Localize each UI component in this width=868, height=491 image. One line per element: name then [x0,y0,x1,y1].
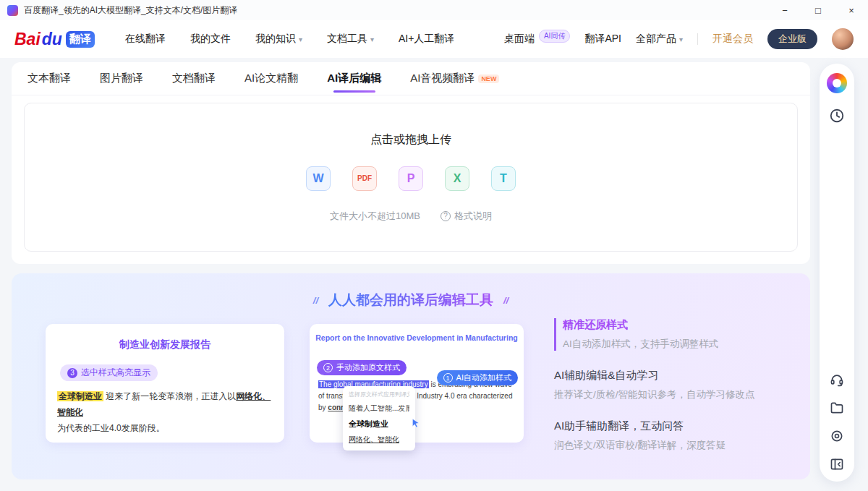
step-1-icon: 1 [443,373,453,383]
style-dropdown: 选择原文样式应用到译文 随着人工智能...发展 全球制造业 网络化、智能化 [343,386,415,451]
nav-label: AI+人工翻译 [399,33,454,46]
right-toolbar [820,64,854,482]
feature-desc: 推荐译文/质检/智能知识参考，自动学习修改点 [554,388,804,401]
chevron-down-icon: ▾ [299,35,302,43]
nav-label: 文档工具 [327,33,367,46]
chevron-down-icon: ▾ [679,35,683,43]
feature-desc: AI自动添加样式，支持手动调整样式 [563,338,804,351]
window-controls: − □ × [768,0,868,20]
navbar: Bai du 翻译 在线翻译 我的文件 我的知识 ▾ 文档工具 ▾ AI+人工翻… [0,20,868,58]
history-icon[interactable] [829,108,845,124]
promo-title: 人人都会用的译后编辑工具 [328,291,493,309]
supported-file-types: W PDF P X T [306,166,516,191]
tab-label: AI论文精翻 [244,72,298,85]
open-vip-link[interactable]: 开通会员 [712,33,753,46]
translate-panel: 文本翻译 图片翻译 文档翻译 AI论文精翻 AI译后编辑 AI音视频翻译 NEW… [12,62,810,264]
nav-item-ai-human-translate[interactable]: AI+人工翻译 [399,33,454,46]
maximize-button[interactable]: □ [801,0,835,20]
ppt-file-icon: P [399,166,423,191]
nav-items: 在线翻译 我的文件 我的知识 ▾ 文档工具 ▾ AI+人工翻译 [125,33,454,46]
text-segment: 为代表的工业4.0发展阶段。 [57,423,165,433]
highlight-style-badge: 3 选中样式高亮显示 [60,364,158,381]
sparkle-left-icon: // [313,295,318,306]
nav-label: 桌面端 [504,33,535,46]
tab-ai-post-edit[interactable]: AI译后编辑 [327,62,381,95]
highlighted-term: 全球制造业 [57,391,103,401]
badge-label: 手动添加原文样式 [336,362,400,373]
nav-label: 在线翻译 [125,33,166,46]
post-edit-promo-section: // 人人都会用的译后编辑工具 // 制造业创新发展报告 3 选中样式高亮显示 … [12,273,810,479]
upload-dropzone[interactable]: 点击或拖拽上传 W PDF P X T 文件大小不超过10MB ? 格式说明 [24,103,798,252]
nav-item-my-files[interactable]: 我的文件 [190,33,231,46]
nav-item-translate-api[interactable]: 翻译API [584,33,621,46]
navbar-right: 桌面端 AI同传 翻译API 全部产品 ▾ 开通会员 企业版 [504,28,854,50]
collapse-panel-icon[interactable] [830,457,844,471]
demo-card-target: Report on the Innovative Development in … [310,324,524,443]
demo-source-title: 制造业创新发展报告 [46,338,284,351]
feature-ai-edit-learn: AI辅助编辑&自动学习 推荐译文/质检/智能知识参考，自动学习修改点 [554,369,804,401]
close-button[interactable]: × [835,0,868,20]
ai-style-badge: 1 AI自动添加样式 [437,370,518,385]
folder-icon[interactable] [830,401,844,415]
demo-card-source: 制造业创新发展报告 3 选中样式高亮显示 全球制造业 迎来了新一轮变革浪潮，正进… [46,324,284,443]
rail-bottom-group [830,372,844,471]
tab-label: AI译后编辑 [327,72,381,85]
pdf-file-icon: PDF [352,166,377,191]
tab-ai-audio-video-translate[interactable]: AI音视频翻译 NEW [410,62,499,95]
nav-item-desktop-app[interactable]: 桌面端 AI同传 [504,33,570,46]
text-segment: 迎来了新一轮变革浪潮，正进入以 [103,391,236,401]
tab-doc-translate[interactable]: 文档翻译 [172,62,216,95]
upload-title: 点击或拖拽上传 [370,132,451,148]
record-disc-icon[interactable] [830,429,844,443]
feature-desc: 润色译文/双语审校/翻译详解，深度答疑 [554,439,804,452]
format-help-link[interactable]: ? 格式说明 [441,210,492,223]
chevron-down-icon: ▾ [370,35,374,43]
new-badge: NEW [478,74,499,83]
dropdown-item: 网络化、智能化 [349,435,409,445]
dropdown-item: 全球制造业 [349,419,409,430]
nav-item-all-products[interactable]: 全部产品 ▾ [636,33,683,46]
excel-file-icon: X [445,166,469,191]
badge-label: AI自动添加样式 [456,372,511,383]
tab-label: 图片翻译 [100,72,143,85]
manual-style-badge: 2 手动添加原文样式 [317,360,407,375]
logo-product-badge: 翻译 [66,31,95,48]
sparkle-right-icon: // [503,295,509,306]
app-icon [7,5,18,16]
nav-item-my-knowledge[interactable]: 我的知识 ▾ [255,33,302,46]
logo-du: du [42,30,62,49]
format-help-label: 格式说明 [454,210,492,223]
step-2-icon: 2 [323,363,333,372]
feature-title: 精准还原样式 [563,318,804,332]
nav-item-online-translate[interactable]: 在线翻译 [125,33,166,46]
tab-ai-paper-translate[interactable]: AI论文精翻 [244,62,298,95]
support-headset-icon[interactable] [830,372,844,387]
tab-text-translate[interactable]: 文本翻译 [27,62,71,95]
baidu-fanyi-logo[interactable]: Bai du 翻译 [14,30,95,49]
ai-simultaneous-badge: AI同传 [539,30,570,43]
txt-file-icon: T [491,166,516,191]
demo-target-title: Report on the Innovative Development in … [314,333,519,342]
nav-label: 翻译API [584,33,621,46]
nav-item-doc-tools[interactable]: 文档工具 ▾ [327,33,374,46]
question-circle-icon: ? [441,211,451,221]
promo-title-row: // 人人都会用的译后编辑工具 // [12,291,810,309]
enterprise-button[interactable]: 企业版 [767,29,817,49]
upload-meta: 文件大小不超过10MB ? 格式说明 [330,210,492,223]
user-avatar[interactable] [832,28,854,50]
feature-title: AI辅助编辑&自动学习 [554,369,804,383]
logo-bai: Bai [14,30,41,49]
translate-tabs: 文本翻译 图片翻译 文档翻译 AI论文精翻 AI译后编辑 AI音视频翻译 NEW [12,62,810,95]
nav-label: 全部产品 [636,33,676,46]
demo-source-text: 全球制造业 迎来了新一轮变革浪潮，正进入以网络化、智能化 为代表的工业4.0发展… [57,388,273,436]
tab-image-translate[interactable]: 图片翻译 [100,62,143,95]
tab-label: AI音视频翻译 [410,72,475,85]
file-size-hint: 文件大小不超过10MB [330,210,420,223]
window-title: 百度翻译_领先的AI大模型翻译_支持文本/文档/图片翻译 [24,4,237,17]
nav-label: 我的知识 [255,33,296,46]
feature-title: AI助手辅助翻译，互动问答 [554,419,804,433]
ai-assistant-icon[interactable] [827,73,847,93]
word-file-icon: W [306,166,331,191]
minimize-button[interactable]: − [768,0,801,20]
nav-label: 我的文件 [190,33,231,46]
